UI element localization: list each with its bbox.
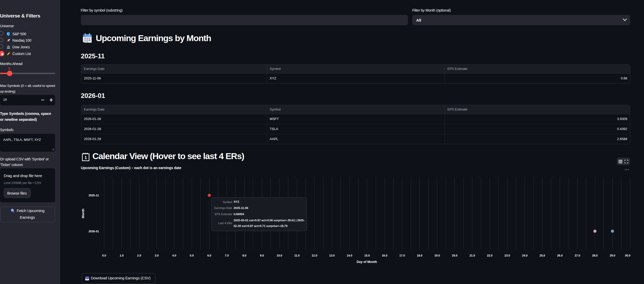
svg-text:1: 1 bbox=[84, 155, 87, 160]
